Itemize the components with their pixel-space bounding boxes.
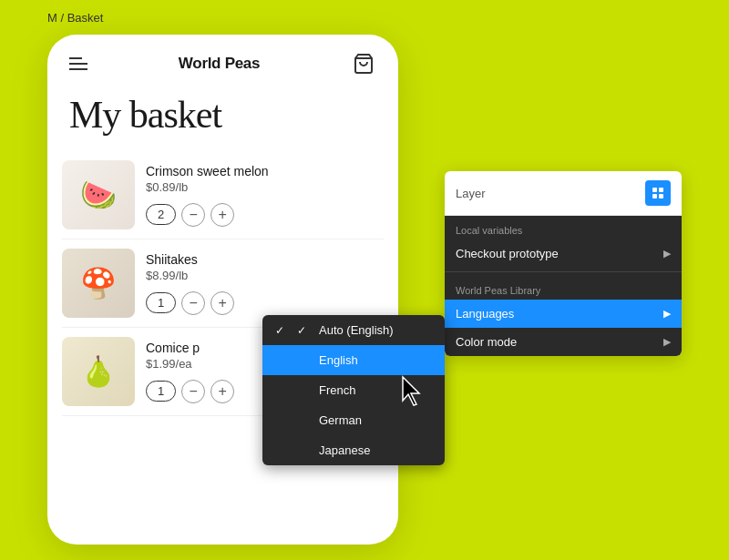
layer-section-2-label: World Peas Library xyxy=(445,276,682,300)
decrease-button[interactable]: − xyxy=(181,291,205,315)
layer-menu-item-label: Languages xyxy=(456,307,514,321)
languages-submenu: ✓ Auto (English) English French German J… xyxy=(262,315,445,465)
submenu-item-label: French xyxy=(319,383,355,397)
basket-icon[interactable] xyxy=(351,51,376,76)
svg-rect-1 xyxy=(652,188,657,192)
layer-menu-item-languages[interactable]: Languages ▶ xyxy=(445,300,682,328)
submenu-item-english[interactable]: English xyxy=(262,345,445,375)
layer-panel: Layer Local variables Checkout prototype… xyxy=(445,171,682,356)
quantity-badge: 1 xyxy=(146,381,176,402)
breadcrumb: M / Basket xyxy=(47,11,103,25)
chevron-right-icon: ▶ xyxy=(663,308,671,320)
decrease-button[interactable]: − xyxy=(181,380,205,403)
page-heading: My basket xyxy=(47,84,398,151)
decrease-button[interactable]: − xyxy=(181,203,205,227)
product-image: 🍉 xyxy=(62,160,135,229)
product-image: 🍐 xyxy=(62,337,135,406)
list-item: 🍉 Crimson sweet melon $0.89/lb 2 − + xyxy=(62,151,384,239)
product-price: $8.99/lb xyxy=(146,269,384,282)
product-info: Crimson sweet melon $0.89/lb 2 − + xyxy=(146,164,384,227)
svg-rect-4 xyxy=(659,194,663,199)
product-info: Shiitakes $8.99/lb 1 − + xyxy=(146,252,384,315)
product-price: $0.89/lb xyxy=(146,180,384,194)
submenu-item-label: English xyxy=(319,353,358,367)
submenu-item-japanese[interactable]: Japanese xyxy=(262,435,445,465)
layer-panel-header: Layer xyxy=(445,171,682,216)
submenu-item-label: Auto (English) xyxy=(319,323,394,337)
layer-menu-item-label: Color mode xyxy=(456,335,517,349)
increase-button[interactable]: + xyxy=(210,380,234,403)
quantity-badge: 2 xyxy=(146,204,176,225)
svg-rect-3 xyxy=(652,194,657,199)
chevron-right-icon: ▶ xyxy=(663,248,671,260)
layer-menu: Local variables Checkout prototype ▶ Wor… xyxy=(445,216,682,356)
submenu-item-auto[interactable]: ✓ Auto (English) xyxy=(262,315,445,345)
phone-app-title: World Peas xyxy=(179,55,260,73)
layer-menu-item-colormode[interactable]: Color mode ▶ xyxy=(445,328,682,356)
svg-rect-2 xyxy=(659,188,663,192)
layer-menu-item-checkout[interactable]: Checkout prototype ▶ xyxy=(445,239,682,268)
submenu-item-label: Japanese xyxy=(319,443,370,457)
layer-divider xyxy=(445,271,682,272)
submenu-item-french[interactable]: French xyxy=(262,375,445,405)
quantity-badge: 1 xyxy=(146,292,176,313)
product-image: 🍄 xyxy=(62,249,135,318)
phone-header: World Peas xyxy=(47,35,398,84)
phone-mockup: World Peas My basket 🍉 Crimson sweet mel… xyxy=(47,35,398,545)
layer-icon-button[interactable] xyxy=(645,180,671,206)
increase-button[interactable]: + xyxy=(210,203,234,227)
quantity-controls: 2 − + xyxy=(146,203,384,227)
submenu-item-label: German xyxy=(319,413,362,427)
checkmark-icon: ✓ xyxy=(297,324,312,337)
quantity-controls: 1 − + xyxy=(146,291,384,315)
hamburger-icon[interactable] xyxy=(69,57,87,70)
chevron-right-icon: ▶ xyxy=(663,336,671,348)
layer-section-1-label: Local variables xyxy=(445,216,682,239)
layer-menu-item-label: Checkout prototype xyxy=(456,247,559,260)
product-name: Shiitakes xyxy=(146,252,384,267)
product-name: Crimson sweet melon xyxy=(146,164,384,178)
increase-button[interactable]: + xyxy=(210,291,234,315)
layer-header-label: Layer xyxy=(456,187,486,200)
submenu-item-german[interactable]: German xyxy=(262,405,445,435)
